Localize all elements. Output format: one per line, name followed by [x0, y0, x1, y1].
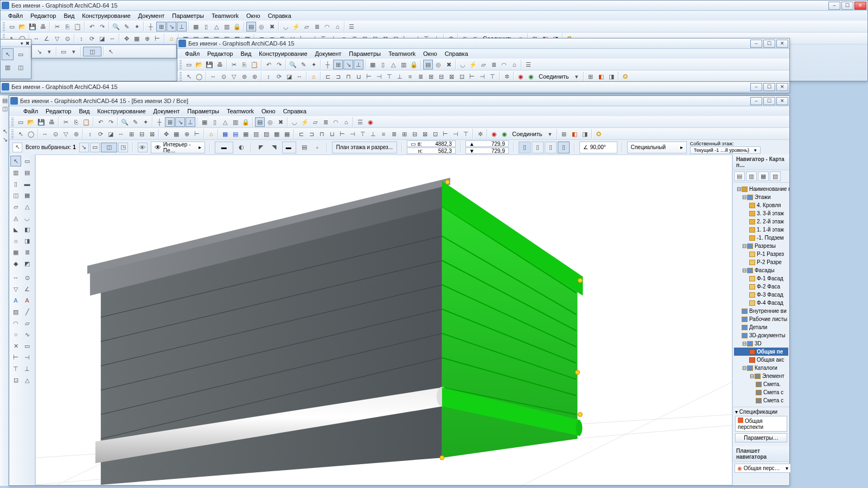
alC-icon[interactable]: ⊟ — [410, 129, 419, 139]
grid-snap-icon[interactable]: ⊞ — [333, 60, 343, 69]
new-icon[interactable]: ▭ — [7, 22, 17, 31]
g4-icon[interactable]: ▩ — [272, 129, 282, 139]
arrow-tool-icon[interactable]: ↖ — [2, 48, 14, 60]
aF-icon[interactable]: ⊢ — [467, 72, 477, 81]
menu-editor[interactable]: Редактор — [204, 49, 236, 58]
menu-editor[interactable]: Редактор — [27, 11, 59, 20]
coord-b-value[interactable]: 562,3 — [438, 148, 452, 154]
layer-icon[interactable]: ≣ — [489, 60, 499, 69]
alD-icon[interactable]: ⊠ — [420, 129, 430, 139]
grid-icon[interactable]: ▦ — [200, 117, 209, 127]
copy-icon[interactable]: ⎘ — [239, 60, 249, 69]
menu-document[interactable]: Документ — [312, 49, 345, 58]
endpoint-icon[interactable]: ↘ — [175, 117, 185, 127]
home-icon[interactable]: ⌂ — [206, 129, 216, 139]
alB-icon[interactable]: ⊞ — [399, 129, 409, 139]
fill-tool-icon[interactable]: ▨ — [10, 306, 21, 317]
pos4-icon[interactable]: ▯ — [558, 142, 570, 153]
eye-icon[interactable]: 👁 — [138, 143, 148, 152]
marker-icon[interactable]: ◎ — [433, 60, 443, 69]
menu-construct[interactable]: Конструирование — [256, 49, 310, 58]
snap-icon[interactable]: ┼ — [146, 22, 156, 31]
opt2-icon[interactable]: ▾ — [44, 47, 54, 56]
spec-drop[interactable]: Общая перспекти — [735, 416, 787, 432]
home-icon[interactable]: ⌂ — [167, 34, 176, 43]
alH-icon[interactable]: ⊤ — [461, 129, 471, 139]
save-icon[interactable]: 💾 — [28, 22, 37, 31]
multiply-icon[interactable]: ⊕ — [142, 34, 152, 43]
al3-icon[interactable]: ⊓ — [317, 129, 327, 139]
cw2-tool-icon[interactable]: ◩ — [22, 258, 33, 269]
r4-icon[interactable]: ⊚ — [239, 72, 249, 81]
drag-icon[interactable]: ✥ — [122, 34, 131, 43]
snap-icon[interactable]: ┼ — [155, 117, 164, 127]
aG-icon[interactable]: ⊣ — [477, 72, 487, 81]
small-icon[interactable]: ▫ — [312, 143, 322, 152]
wall-icon[interactable]: ▥ — [222, 22, 232, 31]
menu-view[interactable]: Вид — [237, 49, 254, 58]
door-tool-icon[interactable]: ◫ — [10, 190, 21, 201]
pencil-icon[interactable]: ✎ — [122, 22, 131, 31]
m3-icon[interactable]: ◪ — [106, 129, 116, 139]
alG-icon[interactable]: ⊣ — [451, 129, 461, 139]
elev-tool-icon[interactable]: ⊣ — [22, 352, 33, 363]
f1-icon[interactable]: ⊞ — [559, 129, 569, 139]
navigator-tree[interactable]: ⊟Наименование про ⊟Этажи 4. Кровля 3. 3-… — [733, 183, 789, 407]
menu-teamwork[interactable]: Teamwork — [224, 107, 257, 115]
paste-icon[interactable]: 📋 — [73, 22, 82, 31]
marker-icon[interactable]: ◎ — [265, 117, 275, 127]
maximize-button[interactable]: ☐ — [763, 83, 775, 91]
m4-icon[interactable]: ↔ — [116, 129, 126, 139]
lock-icon[interactable]: 🔒 — [232, 22, 242, 31]
pos3-icon[interactable]: ▯ — [545, 142, 557, 153]
roof-tool-icon[interactable]: △ — [22, 201, 33, 212]
mesh-tool-icon[interactable]: ◬ — [10, 213, 21, 223]
trace-icon[interactable]: ▤ — [255, 117, 265, 127]
text-tool-icon[interactable]: A — [10, 295, 21, 306]
open-icon[interactable]: 📂 — [26, 117, 36, 127]
wall-tool-icon[interactable]: ▥ — [2, 61, 14, 73]
cut-icon[interactable]: ✂ — [52, 22, 62, 31]
circle-tool-icon[interactable]: ○ — [10, 329, 21, 340]
r3-icon[interactable]: ▽ — [61, 129, 71, 139]
wall-icon[interactable]: ▥ — [231, 117, 240, 127]
pencil-icon[interactable]: ✎ — [298, 60, 308, 69]
alF-icon[interactable]: ⊢ — [441, 129, 450, 139]
height-b-value[interactable]: 729,9 — [492, 148, 505, 154]
close-button[interactable]: ✕ — [776, 40, 788, 48]
a9-icon[interactable]: ≡ — [405, 72, 415, 81]
aC-icon[interactable]: ⊟ — [436, 72, 446, 81]
menu-window[interactable]: Окно — [420, 49, 441, 58]
menu-params[interactable]: Параметры — [184, 107, 222, 115]
lasso-icon[interactable]: ◯ — [26, 129, 36, 139]
zoom-icon[interactable]: 🔍 — [120, 117, 130, 127]
close-button[interactable]: ✕ — [776, 83, 788, 91]
paste-icon[interactable]: 📋 — [250, 60, 259, 69]
a7-icon[interactable]: ⊤ — [385, 72, 394, 81]
maximize-button[interactable]: ☐ — [841, 2, 853, 10]
pin-icon[interactable]: ▾ — [21, 41, 23, 46]
dock1-icon[interactable]: ▤ — [1, 97, 9, 104]
minimize-button[interactable]: – — [750, 83, 762, 91]
copy-icon[interactable]: ⎘ — [62, 22, 72, 31]
layer-icon[interactable]: ≣ — [312, 22, 322, 31]
redo-icon[interactable]: ↷ — [274, 60, 284, 69]
morph-tool-icon[interactable]: ◆ — [10, 258, 21, 269]
change-tool-icon[interactable]: △ — [22, 375, 33, 386]
cut-icon[interactable]: ✂ — [61, 117, 71, 127]
home-icon[interactable]: ⌂ — [309, 72, 318, 81]
aA-icon[interactable]: ≣ — [416, 72, 425, 81]
ws-tool-icon[interactable]: ⊥ — [22, 363, 33, 374]
delete-icon[interactable]: ✖ — [276, 117, 285, 127]
arrow-icon[interactable]: ↖ — [184, 72, 194, 81]
snap-icon[interactable]: ┼ — [323, 60, 333, 69]
f1-icon[interactable]: ⊞ — [586, 72, 596, 81]
aH-icon[interactable]: ⊤ — [488, 72, 497, 81]
al4-icon[interactable]: ⊔ — [327, 129, 337, 139]
maximize-button[interactable]: ☐ — [763, 40, 775, 48]
gear-icon[interactable]: ✲ — [502, 72, 512, 81]
circle-icon[interactable]: ◐ — [237, 143, 246, 152]
column-tool-icon[interactable]: ▯ — [10, 178, 21, 189]
pos2-icon[interactable]: ▯ — [532, 142, 544, 153]
magic-icon[interactable]: ✦ — [132, 22, 142, 31]
